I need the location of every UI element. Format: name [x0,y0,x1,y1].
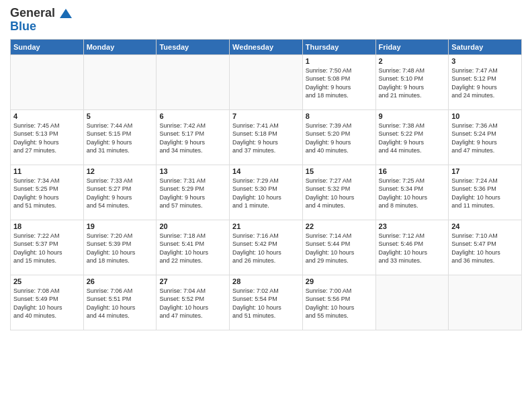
day-number: 12 [87,167,154,175]
calendar-cell: 12Sunrise: 7:33 AMSunset: 5:27 PMDayligh… [83,165,157,220]
day-number: 17 [451,167,519,175]
day-info: Sunrise: 7:44 AMSunset: 5:15 PMDaylight:… [87,122,154,155]
day-info: Sunrise: 7:48 AMSunset: 5:10 PMDaylight:… [379,66,446,100]
calendar-header-row: Sunday Monday Tuesday Wednesday Thursday… [11,39,522,54]
calendar-cell: 26Sunrise: 7:06 AMSunset: 5:51 PMDayligh… [83,275,157,330]
day-number: 28 [232,277,300,285]
day-number: 6 [159,112,226,120]
day-number: 8 [306,112,373,120]
day-info: Sunrise: 7:22 AMSunset: 5:37 PMDaylight:… [13,232,81,265]
day-info: Sunrise: 7:04 AMSunset: 5:52 PMDaylight:… [159,287,226,320]
calendar-cell: 25Sunrise: 7:08 AMSunset: 5:49 PMDayligh… [11,275,84,330]
day-number: 29 [306,277,373,285]
day-number: 18 [13,222,81,230]
svg-marker-0 [60,9,72,18]
calendar-table: Sunday Monday Tuesday Wednesday Thursday… [10,39,522,330]
day-number: 26 [87,277,154,285]
day-number: 22 [306,222,373,230]
calendar-cell: 29Sunrise: 7:00 AMSunset: 5:56 PMDayligh… [302,275,375,330]
week-row-1: 4Sunrise: 7:45 AMSunset: 5:13 PMDaylight… [11,109,522,165]
calendar-cell [230,54,303,109]
calendar-cell: 27Sunrise: 7:04 AMSunset: 5:52 PMDayligh… [157,275,230,330]
calendar-cell: 1Sunrise: 7:50 AMSunset: 5:08 PMDaylight… [302,54,375,109]
day-info: Sunrise: 7:42 AMSunset: 5:17 PMDaylight:… [159,122,226,155]
day-info: Sunrise: 7:12 AMSunset: 5:46 PMDaylight:… [379,232,446,265]
calendar-cell: 5Sunrise: 7:44 AMSunset: 5:15 PMDaylight… [83,109,157,165]
calendar-cell: 10Sunrise: 7:36 AMSunset: 5:24 PMDayligh… [449,109,522,165]
calendar-cell: 11Sunrise: 7:34 AMSunset: 5:25 PMDayligh… [11,165,84,220]
col-tuesday: Tuesday [157,39,230,54]
week-row-3: 18Sunrise: 7:22 AMSunset: 5:37 PMDayligh… [11,220,522,275]
day-number: 11 [13,167,81,175]
day-number: 14 [232,167,300,175]
week-row-0: 1Sunrise: 7:50 AMSunset: 5:08 PMDaylight… [11,54,522,109]
calendar-cell [157,54,230,109]
day-info: Sunrise: 7:38 AMSunset: 5:22 PMDaylight:… [379,122,446,155]
day-info: Sunrise: 7:50 AMSunset: 5:08 PMDaylight:… [306,66,373,100]
calendar-cell: 2Sunrise: 7:48 AMSunset: 5:10 PMDaylight… [375,54,449,109]
day-number: 4 [13,112,81,120]
day-info: Sunrise: 7:45 AMSunset: 5:13 PMDaylight:… [13,122,81,155]
calendar-cell: 24Sunrise: 7:10 AMSunset: 5:47 PMDayligh… [449,220,522,275]
day-info: Sunrise: 7:34 AMSunset: 5:25 PMDaylight:… [13,177,81,210]
day-info: Sunrise: 7:31 AMSunset: 5:29 PMDaylight:… [159,177,226,210]
day-number: 23 [379,222,446,230]
calendar-cell: 22Sunrise: 7:14 AMSunset: 5:44 PMDayligh… [302,220,375,275]
logo: General Blue [10,7,72,34]
day-info: Sunrise: 7:25 AMSunset: 5:34 PMDaylight:… [379,177,446,210]
col-friday: Friday [375,39,449,54]
logo-line1: General [10,6,55,19]
calendar-cell: 20Sunrise: 7:18 AMSunset: 5:41 PMDayligh… [157,220,230,275]
day-info: Sunrise: 7:14 AMSunset: 5:44 PMDaylight:… [306,232,373,265]
day-number: 1 [306,57,373,65]
day-info: Sunrise: 7:06 AMSunset: 5:51 PMDaylight:… [87,287,154,320]
day-number: 3 [451,57,519,65]
day-number: 9 [379,112,446,120]
day-info: Sunrise: 7:08 AMSunset: 5:49 PMDaylight:… [13,287,81,320]
calendar-cell: 17Sunrise: 7:24 AMSunset: 5:36 PMDayligh… [449,165,522,220]
day-number: 15 [306,167,373,175]
calendar-cell: 4Sunrise: 7:45 AMSunset: 5:13 PMDaylight… [11,109,84,165]
logo-line2: Blue [10,20,72,34]
calendar-cell: 6Sunrise: 7:42 AMSunset: 5:17 PMDaylight… [157,109,230,165]
calendar-cell: 8Sunrise: 7:39 AMSunset: 5:20 PMDaylight… [302,109,375,165]
day-info: Sunrise: 7:27 AMSunset: 5:32 PMDaylight:… [306,177,373,210]
calendar-cell: 14Sunrise: 7:29 AMSunset: 5:30 PMDayligh… [230,165,303,220]
day-info: Sunrise: 7:20 AMSunset: 5:39 PMDaylight:… [87,232,154,265]
day-number: 13 [159,167,226,175]
day-info: Sunrise: 7:41 AMSunset: 5:18 PMDaylight:… [232,122,300,155]
day-number: 10 [451,112,519,120]
day-number: 5 [87,112,154,120]
calendar-cell: 3Sunrise: 7:47 AMSunset: 5:12 PMDaylight… [449,54,522,109]
calendar-cell: 18Sunrise: 7:22 AMSunset: 5:37 PMDayligh… [11,220,84,275]
calendar-cell [11,54,84,109]
col-sunday: Sunday [11,39,84,54]
calendar-cell: 9Sunrise: 7:38 AMSunset: 5:22 PMDaylight… [375,109,449,165]
col-wednesday: Wednesday [230,39,303,54]
day-number: 7 [232,112,300,120]
day-info: Sunrise: 7:33 AMSunset: 5:27 PMDaylight:… [87,177,154,210]
day-info: Sunrise: 7:47 AMSunset: 5:12 PMDaylight:… [451,66,519,100]
calendar-cell [375,275,449,330]
calendar-cell: 23Sunrise: 7:12 AMSunset: 5:46 PMDayligh… [375,220,449,275]
day-info: Sunrise: 7:02 AMSunset: 5:54 PMDaylight:… [232,287,300,320]
calendar-cell: 16Sunrise: 7:25 AMSunset: 5:34 PMDayligh… [375,165,449,220]
calendar-cell: 13Sunrise: 7:31 AMSunset: 5:29 PMDayligh… [157,165,230,220]
day-number: 25 [13,277,81,285]
day-info: Sunrise: 7:16 AMSunset: 5:42 PMDaylight:… [232,232,300,265]
day-number: 24 [451,222,519,230]
calendar-cell: 7Sunrise: 7:41 AMSunset: 5:18 PMDaylight… [230,109,303,165]
day-info: Sunrise: 7:24 AMSunset: 5:36 PMDaylight:… [451,177,519,210]
col-saturday: Saturday [449,39,522,54]
day-info: Sunrise: 7:00 AMSunset: 5:56 PMDaylight:… [306,287,373,320]
day-info: Sunrise: 7:18 AMSunset: 5:41 PMDaylight:… [159,232,226,265]
day-number: 21 [232,222,300,230]
day-number: 2 [379,57,446,65]
day-number: 16 [379,167,446,175]
day-info: Sunrise: 7:36 AMSunset: 5:24 PMDaylight:… [451,122,519,155]
day-number: 20 [159,222,226,230]
calendar-cell [449,275,522,330]
calendar-cell: 21Sunrise: 7:16 AMSunset: 5:42 PMDayligh… [230,220,303,275]
col-monday: Monday [83,39,157,54]
calendar-cell: 28Sunrise: 7:02 AMSunset: 5:54 PMDayligh… [230,275,303,330]
